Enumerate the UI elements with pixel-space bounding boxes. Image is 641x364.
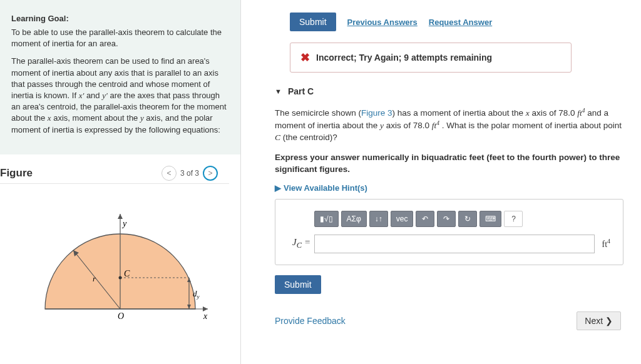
- svg-point-10: [119, 276, 122, 279]
- figure-page-indicator: 3 of 3: [180, 169, 199, 178]
- part-c-header[interactable]: ▼ Part C: [275, 86, 623, 96]
- alert-text: Incorrect; Try Again; 9 attempts remaini…: [316, 53, 492, 63]
- part-c-instructions: Express your answer numerically in biqua…: [275, 151, 623, 176]
- figure-next-button[interactable]: >: [203, 166, 218, 181]
- figure-header: Figure < 3 of 3 >: [0, 159, 229, 184]
- learning-goal-heading: Learning Goal:: [11, 14, 229, 23]
- answer-box: ▮√▯ ΑΣφ ↓↑ vec ↶ ↷ ↻ ⌨ ? JC = ft4: [275, 199, 623, 265]
- tool-keyboard[interactable]: ⌨: [479, 211, 501, 227]
- svg-marker-1: [203, 306, 208, 311]
- learning-goal-p2: The parallel-axis theorem can be used to…: [11, 56, 229, 135]
- svg-text:y: y: [121, 219, 127, 228]
- figure-image: y x r C O dy: [19, 203, 222, 334]
- tool-help[interactable]: ?: [504, 211, 523, 227]
- learning-goal-box: Learning Goal: To be able to use the par…: [0, 0, 240, 154]
- figure-pager: < 3 of 3 >: [162, 166, 218, 181]
- figure-3-link[interactable]: Figure 3: [361, 108, 392, 118]
- part-c-title: Part C: [288, 86, 314, 96]
- tool-greek[interactable]: ΑΣφ: [341, 211, 367, 227]
- tool-redo[interactable]: ↷: [437, 211, 456, 227]
- svg-text:O: O: [118, 311, 124, 321]
- figure-title: Figure: [0, 167, 162, 179]
- answer-lhs: JC =: [284, 237, 310, 250]
- submit-button-partc[interactable]: Submit: [275, 275, 321, 294]
- submit-button-top[interactable]: Submit: [290, 13, 336, 31]
- svg-marker-3: [118, 214, 123, 219]
- caret-down-icon: ▼: [275, 88, 282, 95]
- svg-text:dy: dy: [193, 289, 200, 300]
- x-icon: ✖: [300, 51, 310, 64]
- tool-undo[interactable]: ↶: [416, 211, 434, 227]
- answer-unit: ft4: [598, 238, 614, 250]
- request-answer-link[interactable]: Request Answer: [429, 18, 492, 27]
- provide-feedback-link[interactable]: Provide Feedback: [275, 316, 346, 326]
- next-button[interactable]: Next ❯: [577, 311, 621, 330]
- previous-answers-link[interactable]: Previous Answers: [347, 18, 418, 27]
- caret-right-icon: ▶: [275, 183, 281, 193]
- svg-text:C: C: [124, 269, 130, 278]
- answer-input[interactable]: [314, 235, 595, 253]
- equation-toolbar: ▮√▯ ΑΣφ ↓↑ vec ↶ ↷ ↻ ⌨ ?: [314, 211, 614, 227]
- tool-subsup[interactable]: ↓↑: [369, 211, 388, 227]
- tool-vec[interactable]: vec: [391, 211, 414, 227]
- svg-text:x: x: [203, 311, 208, 321]
- tool-reset[interactable]: ↻: [458, 211, 477, 227]
- learning-goal-p1: To be able to use the parallel-axis theo…: [11, 27, 229, 49]
- part-c-question: The semicircle shown (Figure 3) has a mo…: [275, 106, 623, 144]
- figure-prev-button[interactable]: <: [162, 166, 177, 181]
- tool-template[interactable]: ▮√▯: [314, 211, 339, 227]
- incorrect-alert: ✖ Incorrect; Try Again; 9 attempts remai…: [290, 43, 572, 73]
- view-hints-link[interactable]: ▶ View Available Hint(s): [275, 183, 367, 193]
